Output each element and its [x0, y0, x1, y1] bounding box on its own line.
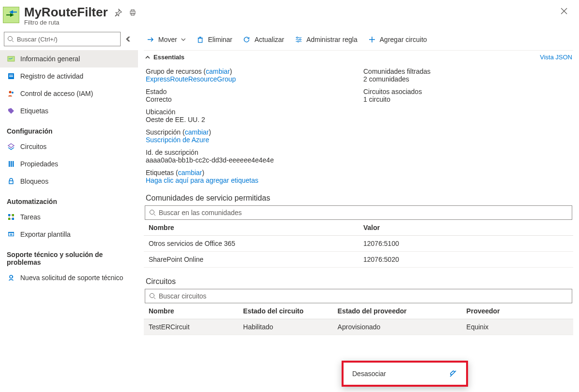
change-rg-link[interactable]: cambiar [206, 68, 230, 75]
manage-rule-button[interactable]: Administrar regla [295, 36, 358, 43]
pin-icon[interactable] [114, 9, 122, 16]
nav-section-auto: Automatización [0, 190, 138, 208]
resource-icon [3, 7, 19, 23]
essentials-label: Essentials [153, 54, 184, 61]
add-circuit-button[interactable]: Agregar circuito [368, 36, 427, 43]
nav-overview[interactable]: Información general [0, 50, 138, 68]
nav-new-support-request[interactable]: Nueva solicitud de soporte técnico [0, 269, 138, 286]
nav-label: Bloqueos [20, 177, 48, 185]
svg-point-5 [8, 37, 13, 41]
circuits-search[interactable] [145, 289, 572, 303]
communities-table: Nombre Valor Otros servicios de Office 3… [144, 220, 573, 268]
svg-rect-19 [12, 218, 14, 220]
ess-location-value: Oeste de EE. UU. 2 [146, 116, 354, 123]
circuits-section-title: Circuitos [144, 274, 573, 289]
page-header: MyRouteFilter Filtro de ruta [0, 0, 579, 29]
col-name[interactable]: Nombre [144, 303, 238, 319]
essentials-toggle[interactable]: Essentials [145, 54, 184, 61]
search-icon [149, 209, 156, 216]
nav-label: Control de acceso (IAM) [20, 90, 93, 97]
nav-activity-log[interactable]: Registro de actividad [0, 68, 138, 85]
ess-communities-label: Comunidades filtradas [363, 68, 571, 75]
close-button[interactable] [556, 5, 572, 17]
sliders-icon [295, 36, 303, 43]
cell-circuit-state: Habilitado [238, 319, 333, 335]
cell-name: Otros servicios de Office 365 [144, 236, 358, 252]
change-tags-link[interactable]: cambiar [178, 169, 202, 176]
ess-subid-value: aaaa0a0a-bb1b-cc2c-dd3d-eeeeee4e4e4e [146, 156, 354, 164]
communities-search-input[interactable] [159, 209, 568, 216]
cell-name: TestERCircuit [144, 319, 238, 335]
trash-icon [196, 36, 204, 43]
nav-label: Propiedades [20, 160, 58, 168]
toolbar-label: Eliminar [208, 36, 233, 43]
ess-sub-value[interactable]: Suscripción de Azure [146, 136, 354, 144]
delete-button[interactable]: Eliminar [196, 36, 233, 43]
search-icon [7, 36, 14, 42]
svg-rect-16 [8, 214, 10, 216]
ess-tags-value[interactable]: Haga clic aquí para agregar etiquetas [146, 176, 571, 184]
nav-properties[interactable]: Propiedades [0, 155, 138, 173]
col-circuit-state[interactable]: Estado del circuito [238, 303, 333, 319]
table-row[interactable]: Otros servicios de Office 365 12076:5100 [144, 236, 573, 252]
svg-point-10 [9, 91, 12, 94]
cell-value: 12076:5020 [358, 252, 573, 268]
nav-iam[interactable]: Control de acceso (IAM) [0, 85, 138, 102]
ess-rg-value[interactable]: ExpressRouteResourceGroup [146, 75, 354, 83]
svg-rect-15 [9, 181, 13, 184]
unplug-icon [449, 369, 457, 378]
nav-tasks[interactable]: Tareas [0, 208, 138, 226]
table-row[interactable]: SharePoint Online 12076:5020 [144, 252, 573, 268]
activity-icon [7, 72, 15, 80]
ess-location-label: Ubicación [146, 108, 354, 116]
print-icon[interactable] [129, 9, 137, 16]
table-row[interactable]: TestERCircuit Habilitado Aprovisionado E… [144, 319, 573, 335]
nav-label: Registro de actividad [20, 72, 83, 80]
chevron-down-icon [181, 37, 186, 42]
svg-rect-12 [9, 161, 10, 167]
cell-value: 12076:5100 [358, 236, 573, 252]
collapse-sidebar-icon[interactable] [124, 34, 134, 44]
col-provider[interactable]: Proveedor [462, 303, 573, 319]
svg-rect-18 [8, 218, 10, 220]
move-button[interactable]: Mover [147, 36, 186, 43]
sidebar-search-input[interactable] [17, 36, 117, 43]
sidebar-search[interactable] [4, 32, 121, 46]
svg-rect-3 [131, 10, 134, 11]
svg-marker-0 [10, 13, 14, 17]
refresh-button[interactable]: Actualizar [243, 36, 284, 43]
svg-point-24 [296, 37, 298, 39]
nav-tags[interactable]: Etiquetas [0, 102, 138, 120]
dissociate-menu-item[interactable]: Desasociar [344, 363, 466, 385]
col-provider-state[interactable]: Estado del proveedor [333, 303, 462, 319]
json-view-link[interactable]: Vista JSON [540, 54, 572, 61]
nav-circuits[interactable]: Circuitos [0, 138, 138, 155]
col-name[interactable]: Nombre [144, 220, 358, 236]
communities-search[interactable] [145, 205, 572, 220]
tag-icon [7, 107, 15, 115]
essentials-panel: Grupo de recursos (cambiar) ExpressRoute… [144, 64, 573, 191]
export-icon [7, 230, 15, 238]
ess-assoc-circuits-label: Circuitos asociados [363, 88, 571, 95]
change-sub-link[interactable]: cambiar [185, 128, 209, 136]
col-value[interactable]: Valor [358, 220, 573, 236]
iam-icon [7, 90, 15, 97]
svg-point-11 [12, 92, 14, 94]
toolbar-label: Agregar circuito [380, 36, 427, 43]
svg-rect-13 [11, 161, 12, 167]
page-title: MyRouteFilter [24, 5, 108, 20]
circuits-search-input[interactable] [159, 292, 568, 300]
ess-tags-label: Etiquetas (cambiar) [146, 169, 571, 176]
nav-export-template[interactable]: Exportar plantilla [0, 226, 138, 243]
tasks-icon [7, 213, 15, 221]
ess-assoc-circuits-value: 1 circuito [363, 95, 571, 103]
properties-icon [7, 160, 15, 168]
svg-rect-23 [198, 38, 202, 42]
nav-section-support: Soporte técnico y solución de problemas [0, 243, 138, 269]
arrow-right-icon [147, 36, 154, 43]
nav-label: Nueva solicitud de soporte técnico [20, 274, 123, 282]
refresh-icon [243, 36, 250, 43]
nav-locks[interactable]: Bloqueos [0, 173, 138, 190]
svg-point-28 [150, 294, 154, 298]
ess-state-value: Correcto [146, 95, 354, 103]
